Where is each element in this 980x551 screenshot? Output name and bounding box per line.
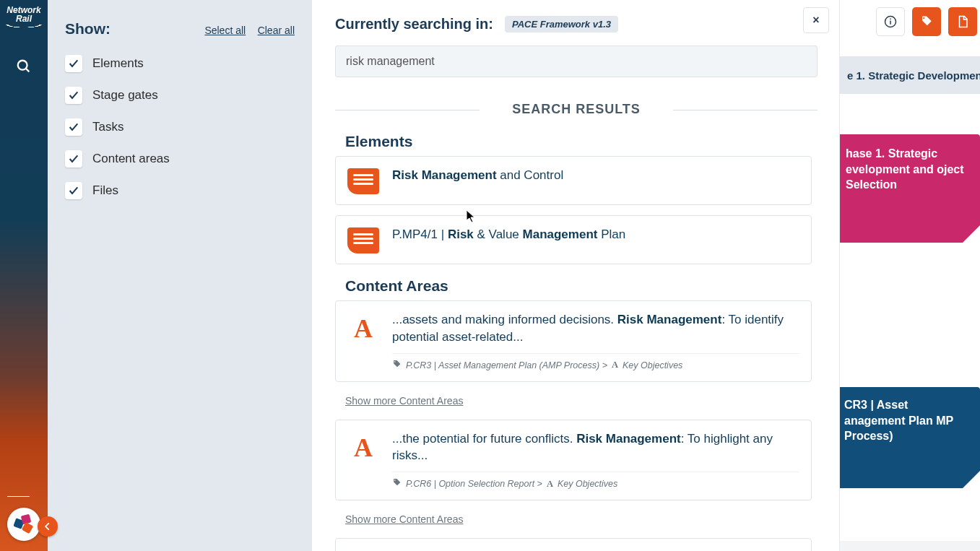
- filter-item-files[interactable]: Files: [65, 175, 295, 207]
- filter-item-elements[interactable]: Elements: [65, 48, 295, 79]
- element-icon: [347, 227, 379, 253]
- filter-label: Tasks: [92, 120, 123, 134]
- filter-label: Elements: [92, 56, 144, 71]
- tag-button[interactable]: [912, 7, 941, 36]
- result-snippet: ...the potential for future conflicts. R…: [392, 430, 799, 465]
- results-scroll-area[interactable]: Elements Risk Management and Control P.M…: [335, 120, 818, 551]
- svg-point-0: [18, 61, 27, 70]
- results-heading: SEARCH RESULTS: [335, 102, 818, 117]
- filter-item-tasks[interactable]: Tasks: [65, 111, 295, 143]
- font-a-icon: A: [612, 360, 618, 370]
- svg-rect-3: [890, 21, 891, 25]
- asset-card[interactable]: CR3 | Asset anagement Plan MP Process): [839, 387, 980, 488]
- app-launcher-icon[interactable]: [7, 508, 40, 541]
- breadcrumb: P.CR6 | Option Selection Report > A Key …: [392, 472, 799, 490]
- search-scope-heading: Currently searching in:: [335, 16, 493, 32]
- filter-label: Files: [92, 183, 118, 198]
- result-card[interactable]: A ...trust and engagement among stakehol…: [335, 538, 812, 551]
- result-card[interactable]: A ...assets and making informed decision…: [335, 300, 812, 382]
- element-icon: [347, 168, 379, 194]
- close-icon: ×: [812, 14, 819, 27]
- filter-item-stage-gates[interactable]: Stage gates: [65, 79, 295, 111]
- horizontal-scrollbar-thumb[interactable]: [970, 542, 977, 550]
- breadcrumb-tail: Key Objectives: [623, 360, 682, 370]
- content-area-icon: A: [347, 313, 379, 344]
- checkbox-icon: [65, 87, 82, 104]
- breadcrumb-path: P.CR3 | Asset Management Plan (AMP Proce…: [406, 360, 607, 370]
- brand-logo: Network Rail: [0, 0, 48, 35]
- mouse-cursor-icon: [466, 209, 477, 224]
- select-all-link[interactable]: Select all: [204, 25, 246, 36]
- phase-card[interactable]: hase 1. Strategic evelopment and oject S…: [839, 134, 980, 243]
- font-a-icon: A: [547, 479, 553, 490]
- result-card[interactable]: P.MP4/1 | Risk & Value Management Plan: [335, 215, 812, 264]
- pdf-export-button[interactable]: [948, 7, 977, 36]
- result-card[interactable]: Risk Management and Control: [335, 156, 812, 205]
- breadcrumb: P.CR3 | Asset Management Plan (AMP Proce…: [392, 353, 799, 371]
- filter-label: Content areas: [92, 152, 170, 166]
- breadcrumb-path: P.CR6 | Option Selection Report >: [406, 479, 542, 489]
- result-title: Risk Management and Control: [392, 167, 799, 184]
- checkbox-icon: [65, 182, 82, 199]
- checkbox-icon: [65, 55, 82, 72]
- result-snippet: ...assets and making informed decisions.…: [392, 311, 799, 346]
- scope-badge[interactable]: PACE Framework v1.3: [505, 16, 618, 32]
- result-card[interactable]: A ...the potential for future conflicts.…: [335, 420, 812, 501]
- svg-rect-4: [890, 19, 891, 20]
- group-title-content-areas: Content Areas: [345, 277, 812, 295]
- filter-label: Stage gates: [92, 88, 158, 103]
- background-page-strip: e 1. Strategic Development ar hase 1. St…: [839, 0, 980, 551]
- asset-card-label: CR3 | Asset anagement Plan MP Process): [844, 399, 953, 442]
- search-icon[interactable]: [9, 52, 38, 81]
- left-nav-rail: Network Rail: [0, 0, 48, 551]
- tag-icon: [392, 478, 402, 490]
- clear-all-link[interactable]: Clear all: [258, 25, 295, 36]
- search-panel: × Currently searching in: PACE Framework…: [312, 0, 839, 551]
- filter-item-content-areas[interactable]: Content areas: [65, 143, 295, 175]
- filters-list: Elements Stage gates Tasks Content areas: [65, 48, 295, 207]
- checkbox-icon: [65, 150, 82, 168]
- filters-title: Show:: [65, 20, 110, 38]
- show-more-content-areas[interactable]: Show more Content Areas: [345, 513, 463, 525]
- background-banner: e 1. Strategic Development ar: [840, 56, 980, 94]
- checkbox-icon: [65, 118, 82, 136]
- show-more-content-areas[interactable]: Show more Content Areas: [345, 395, 463, 407]
- content-area-icon: A: [347, 432, 379, 464]
- collapse-rail-button[interactable]: [38, 516, 58, 537]
- info-button[interactable]: [876, 7, 905, 36]
- svg-line-1: [26, 69, 30, 72]
- group-title-elements: Elements: [345, 133, 812, 150]
- search-input[interactable]: [335, 45, 818, 77]
- result-title: P.MP4/1 | Risk & Value Management Plan: [392, 226, 799, 243]
- close-button[interactable]: ×: [803, 7, 829, 33]
- brand-logo-text: Network Rail: [3, 6, 45, 23]
- tag-icon: [392, 360, 402, 371]
- breadcrumb-tail: Key Objectives: [558, 479, 617, 489]
- filters-panel: Show: Select all Clear all Elements Stag…: [48, 0, 312, 551]
- phase-card-label: hase 1. Strategic evelopment and oject S…: [846, 147, 964, 191]
